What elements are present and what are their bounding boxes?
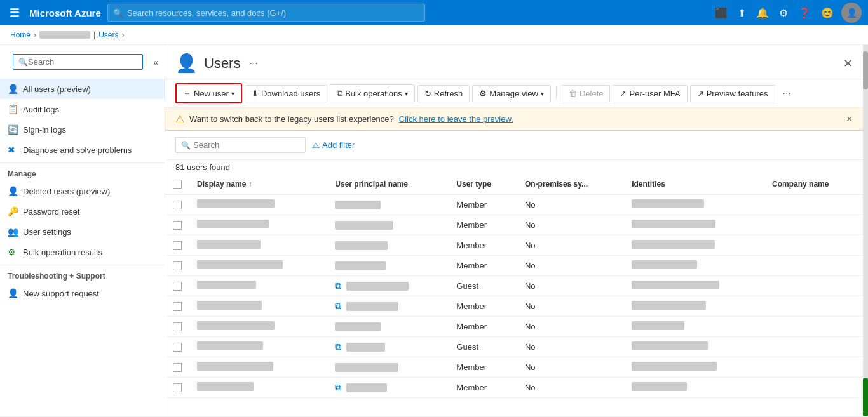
cell-user-type: Guest [449, 276, 517, 296]
row-checkbox[interactable] [173, 302, 182, 311]
table-row[interactable]: MemberNo [165, 215, 863, 235]
filter-icon: ⧍ [312, 140, 320, 150]
delete-button[interactable]: 🗑 Delete [562, 85, 611, 102]
sidebar-item-support[interactable]: 👤 New support request [0, 283, 165, 303]
banner-close-button[interactable]: ✕ [846, 114, 853, 124]
sidebar-item-bulk-ops[interactable]: ⚙ Bulk operation results [0, 242, 165, 262]
global-search-bar[interactable]: 🔍 [107, 4, 425, 22]
filter-search-input[interactable] [193, 140, 300, 150]
sidebar-item-password-reset[interactable]: 🔑 Password reset [0, 201, 165, 222]
row-checkbox[interactable] [173, 282, 182, 291]
banner-link[interactable]: Click here to leave the preview. [399, 114, 513, 124]
sidebar-item-deleted-users[interactable]: 👤 Deleted users (preview) [0, 181, 165, 201]
table-row[interactable]: ⧉MemberNo [165, 296, 863, 317]
redacted-upn [335, 363, 398, 372]
users-page-icon: 👤 [175, 53, 198, 74]
cell-user-type: Member [449, 357, 517, 378]
per-user-mfa-button[interactable]: ↗ Per-user MFA [613, 85, 687, 102]
password-reset-icon: 🔑 [8, 206, 18, 216]
sidebar-search-icon: 🔍 [18, 58, 28, 67]
redacted-name [197, 260, 283, 269]
bulk-ops-icon: ⚙ [8, 247, 18, 257]
sidebar-item-audit-logs[interactable]: 📋 Audit logs [0, 99, 165, 119]
cell-identities [624, 296, 764, 317]
redacted-name [197, 240, 261, 249]
sidebar-item-user-settings[interactable]: 👥 User settings [0, 222, 165, 242]
select-all-col [165, 175, 189, 194]
cloud-shell-icon[interactable]: ⬛ [712, 4, 730, 22]
redacted-identities [632, 220, 715, 228]
download-users-label: Download users [261, 89, 320, 98]
download-users-button[interactable]: ⬇ Download users [245, 85, 327, 102]
upload-icon[interactable]: ⬆ [735, 4, 749, 22]
page-close-button[interactable]: ✕ [843, 56, 853, 70]
sidebar-item-label: Deleted users (preview) [23, 187, 110, 196]
toolbar-more-button[interactable]: ··· [778, 84, 796, 102]
table-row[interactable]: MemberNo [165, 357, 863, 378]
redacted-identities [632, 199, 703, 208]
row-checkbox[interactable] [173, 221, 182, 230]
row-checkbox[interactable] [173, 343, 182, 352]
table-row[interactable]: MemberNo [165, 194, 863, 215]
cell-company [764, 357, 863, 378]
copy-icon: ⧉ [337, 88, 342, 98]
row-checkbox[interactable] [173, 201, 182, 209]
row-checkbox[interactable] [173, 322, 182, 331]
hamburger-menu[interactable]: ☰ [6, 3, 23, 23]
row-checkbox[interactable] [173, 261, 182, 270]
scrollbar[interactable] [863, 45, 868, 416]
refresh-button[interactable]: ↻ Refresh [417, 85, 470, 102]
table-row[interactable]: ⧉GuestNo [165, 337, 863, 357]
filter-search-icon: 🔍 [181, 141, 191, 150]
sidebar-item-all-users[interactable]: 👤 All users (preview) [0, 79, 165, 99]
new-user-button[interactable]: ＋ New user ▾ [175, 83, 242, 103]
redacted-identities [632, 281, 719, 289]
cell-identities [624, 194, 764, 215]
redacted-upn [346, 282, 409, 291]
page-more-button[interactable]: ··· [249, 58, 257, 69]
cell-company [764, 215, 863, 235]
filter-search-container[interactable]: 🔍 [175, 137, 306, 153]
help-icon[interactable]: ❓ [796, 4, 813, 22]
global-search-input[interactable] [127, 8, 419, 18]
table-row[interactable]: MemberNo [165, 235, 863, 256]
cell-upn: ⧉ [327, 276, 449, 296]
cell-display-name [189, 276, 327, 296]
breadcrumb-home[interactable]: Home [10, 30, 31, 39]
row-checkbox[interactable] [173, 383, 182, 392]
cell-on-prem: No [517, 194, 624, 215]
add-filter-button[interactable]: ⧍ Add filter [312, 140, 355, 150]
table-row[interactable]: MemberNo [165, 256, 863, 276]
preview-features-button[interactable]: ↗ Preview features [690, 85, 775, 102]
user-avatar[interactable]: 👤 [841, 3, 862, 23]
bulk-operations-button[interactable]: ⧉ Bulk operations ▾ [330, 84, 415, 102]
redacted-name [197, 220, 269, 228]
feedback-icon[interactable]: 😊 [818, 4, 836, 22]
sidebar-item-label: User settings [23, 227, 71, 237]
row-checkbox[interactable] [173, 241, 182, 250]
notifications-icon[interactable]: 🔔 [754, 4, 771, 22]
redacted-identities [632, 362, 716, 371]
sidebar-collapse-icon[interactable]: « [153, 57, 158, 67]
table-row[interactable]: MemberNo [165, 317, 863, 337]
scrollbar-thumb[interactable] [863, 51, 868, 89]
settings-icon[interactable]: ⚙ [776, 4, 790, 22]
cell-display-name [189, 378, 327, 398]
breadcrumb-current: Users [98, 30, 118, 39]
row-checkbox[interactable] [173, 363, 182, 372]
cell-company [764, 194, 863, 215]
cell-upn [327, 357, 449, 378]
manage-view-button[interactable]: ⚙ Manage view ▾ [472, 85, 551, 102]
table-row[interactable]: ⧉MemberNo [165, 378, 863, 398]
sidebar-search-input[interactable] [28, 57, 137, 67]
select-all-checkbox[interactable] [173, 180, 182, 189]
sidebar-item-diagnose[interactable]: ✖ Diagnose and solve problems [0, 140, 165, 160]
table-row[interactable]: ⧉GuestNo [165, 276, 863, 296]
redacted-upn [335, 241, 388, 250]
breadcrumb-tenant[interactable] [39, 31, 90, 39]
sidebar-item-signin-logs[interactable]: 🔄 Sign-in logs [0, 119, 165, 140]
cell-on-prem: No [517, 215, 624, 235]
cell-upn [327, 235, 449, 256]
sidebar-search-container[interactable]: 🔍 [13, 54, 143, 70]
col-display-name[interactable]: Display name ↑ [189, 175, 327, 194]
